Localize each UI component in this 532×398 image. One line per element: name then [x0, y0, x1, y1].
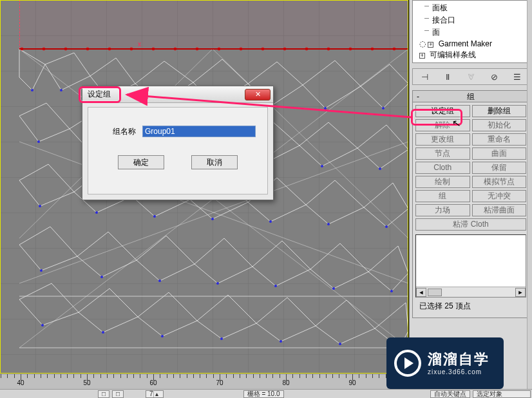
group-listbox[interactable]: ◄ ►	[415, 234, 526, 298]
svg-point-32	[321, 165, 323, 167]
status-chip[interactable]: □	[112, 390, 124, 398]
group-name-input[interactable]	[142, 126, 256, 137]
ruler-label: 60	[149, 379, 157, 386]
svg-point-38	[269, 220, 272, 223]
pin-stack-icon[interactable]: ⊣	[418, 71, 431, 82]
group-button: 组	[415, 190, 470, 202]
rename-button: 重命名	[472, 133, 527, 146]
stick_cloth-button: 粘滞 Cloth	[415, 218, 526, 231]
set_group-button[interactable]: 设定组	[415, 105, 470, 117]
dialog-titlebar[interactable]: 设定组 ✕	[82, 86, 273, 103]
change-button: 更改组	[415, 133, 470, 146]
stack-item-editable-spline[interactable]: + 可编辑样条线	[415, 49, 526, 61]
scroll-right-icon[interactable]: ►	[515, 288, 526, 297]
svg-point-26	[382, 107, 385, 109]
ruler-label: 80	[282, 379, 289, 386]
rollout-header[interactable]: - 组	[413, 91, 529, 102]
svg-point-53	[339, 343, 341, 345]
svg-point-37	[211, 218, 214, 220]
ruler-label: 40	[17, 379, 24, 386]
svg-point-39	[327, 223, 330, 225]
expand-icon[interactable]: +	[419, 53, 425, 59]
draw-button: 绘制	[415, 176, 470, 188]
watermark-url: zixue.3d66.com	[428, 368, 489, 377]
svg-point-41	[40, 269, 43, 272]
svg-point-34	[39, 205, 41, 207]
cancel-button[interactable]: 取消	[191, 155, 238, 169]
svg-point-25	[324, 107, 327, 109]
svg-point-27	[37, 140, 40, 143]
make-unique-icon: ⩔	[464, 71, 477, 82]
dialog-title: 设定组	[88, 89, 245, 100]
stack-toolbar: ⊣ Ⅱ ⩔ ⊘ ☰	[412, 68, 529, 85]
time-ruler[interactable]: 405060708090	[0, 374, 408, 390]
scroll-left-icon[interactable]: ◄	[416, 288, 426, 297]
ruler-label: 50	[83, 379, 90, 386]
ok-button[interactable]: 确定	[118, 155, 164, 169]
stack-label: 可编辑样条线	[430, 50, 476, 59]
svg-point-46	[332, 287, 335, 290]
stack-item[interactable]: 面板	[415, 2, 526, 14]
svg-point-36	[153, 215, 156, 218]
sim_node-button: 模拟节点	[472, 176, 527, 188]
stack-label: Garment Maker	[439, 39, 492, 48]
play-icon	[394, 350, 421, 377]
show-end-result-icon[interactable]: Ⅱ	[441, 71, 454, 82]
stack-item[interactable]: 接合口	[415, 14, 526, 26]
key-filter-dropdown[interactable]: 选定对象	[473, 390, 531, 398]
remove-modifier-icon[interactable]: ⊘	[488, 71, 500, 82]
configure-sets-icon[interactable]: ☰	[511, 71, 524, 82]
modifier-stack[interactable]: 面板 接合口 面 ◌ + Garment Maker + 可编辑样条线	[412, 0, 529, 63]
svg-point-52	[280, 340, 282, 343]
status-chip[interactable]: □	[98, 390, 109, 398]
group-name-label: 组名称	[100, 126, 136, 137]
svg-point-50	[161, 335, 164, 337]
node-button: 节点	[415, 147, 470, 160]
svg-point-43	[158, 280, 161, 282]
force-button: 力场	[415, 204, 470, 216]
svg-point-42	[100, 276, 103, 278]
svg-point-19	[31, 89, 33, 91]
close-button[interactable]: ✕	[245, 89, 271, 100]
svg-point-40	[385, 225, 388, 228]
init-button: 初始化	[472, 119, 527, 131]
watermark-title: 溜溜自学	[428, 350, 489, 368]
svg-point-47	[390, 290, 393, 292]
svg-point-45	[274, 285, 277, 287]
svg-point-48	[41, 324, 44, 327]
surface-button: 曲面	[472, 147, 527, 160]
svg-point-33	[379, 167, 381, 170]
stick_surf-button: 粘滞曲面	[472, 204, 527, 216]
svg-point-35	[95, 211, 98, 214]
expand-icon[interactable]: +	[428, 42, 433, 48]
panel-vscroll[interactable]	[527, 0, 532, 398]
del_group-button[interactable]: 删除组	[472, 105, 527, 117]
grid-readout: 栅格 = 10.0	[243, 390, 284, 398]
svg-point-44	[216, 282, 219, 285]
cloth-top-edge	[19, 48, 408, 50]
preserve-button: 保留	[472, 162, 527, 174]
rollout-title: 组	[467, 92, 475, 101]
cloth-button: Cloth	[415, 162, 470, 174]
svg-point-51	[220, 337, 223, 340]
stack-item[interactable]: 面	[415, 26, 526, 39]
release-button: 解除	[415, 119, 470, 131]
rollout-toggle-icon[interactable]: -	[417, 91, 419, 102]
ruler-label: 90	[348, 379, 356, 386]
status-chip[interactable]: 7▴	[146, 390, 164, 398]
autokey-toggle[interactable]: 自动关键点	[430, 390, 470, 398]
set-group-dialog: 设定组 ✕ 组名称 确定 取消	[82, 86, 274, 200]
ruler-label: 70	[216, 379, 223, 386]
selection-status: 已选择 25 顶点	[419, 301, 522, 312]
scroll-thumb[interactable]	[428, 289, 442, 296]
group-rollout: - 组 设定组删除组解除初始化更改组重命名节点曲面Cloth保留绘制模拟节点组无…	[412, 90, 529, 318]
axis-label-x: x	[138, 41, 141, 48]
svg-point-20	[60, 89, 62, 91]
status-bar: □ □ 7▴ 栅格 = 10.0 自动关键点 选定对象	[0, 389, 532, 398]
nocollide-button: 无冲突	[472, 190, 527, 202]
stack-item-garment-maker[interactable]: ◌ + Garment Maker	[415, 39, 526, 49]
h-scrollbar[interactable]: ◄ ►	[416, 287, 526, 297]
selection-marquee	[19, 0, 408, 49]
lightbulb-icon[interactable]: ◌	[419, 39, 426, 48]
watermark-badge: 溜溜自学 zixue.3d66.com	[386, 337, 504, 389]
